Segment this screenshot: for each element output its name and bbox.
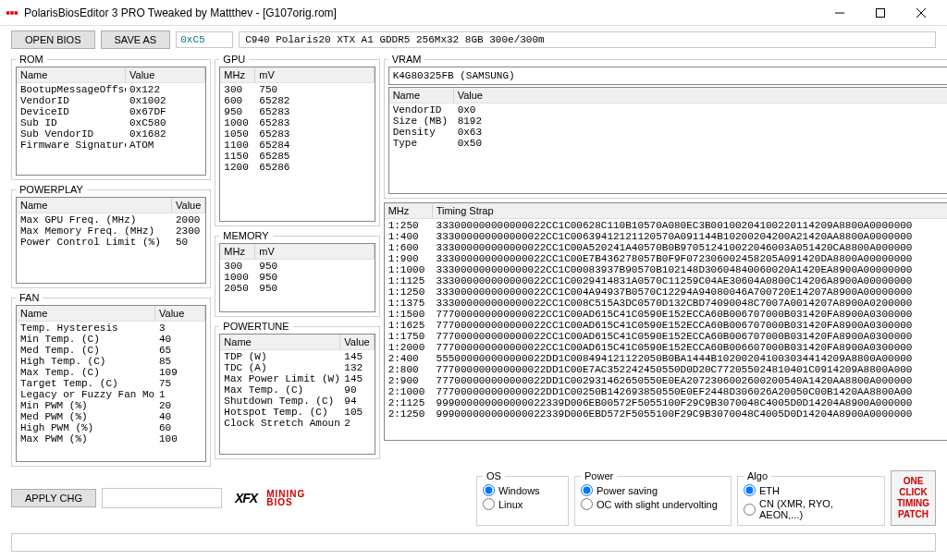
table-row[interactable]: Size (MB)8192: [389, 116, 947, 127]
one-click-patch-button[interactable]: ONE CLICK TIMING PATCH: [891, 470, 936, 526]
table-row[interactable]: 1:1125333000000000000022CC1C0029414831A0…: [385, 275, 947, 286]
table-row[interactable]: 1:1375333000000000000022CC1C008C515A3DC0…: [385, 298, 947, 309]
table-row[interactable]: 1:250333000000000000022CC1C00628C110B105…: [385, 220, 947, 231]
svg-rect-4: [877, 8, 885, 17]
table-row[interactable]: Hotspot Temp. (C)105: [220, 407, 374, 418]
table-row[interactable]: Min PWM (%)20: [17, 400, 205, 411]
table-row[interactable]: Legacy or Fuzzy Fan Mode1: [17, 389, 205, 400]
bios-description-field[interactable]: C940 Polaris20 XTX A1 GDDR5 256Mx32 8GB …: [239, 31, 936, 48]
table-row[interactable]: 60065282: [220, 95, 374, 106]
algo-radio-cn[interactable]: CN (XMR, RYO, AEON,...): [744, 497, 879, 521]
xfx-logo: XFX: [235, 491, 257, 505]
fan-grid[interactable]: NameValue Temp. Hysteresis3Min Temp. (C)…: [16, 305, 206, 462]
table-row[interactable]: 110065284: [220, 140, 374, 151]
gpu-legend: GPU: [219, 54, 249, 65]
vram-legend: VRAM: [388, 54, 425, 65]
table-row[interactable]: 2:1000777000000000000022DD1C00250B142693…: [385, 386, 947, 397]
status-bar: [11, 533, 936, 552]
apply-input[interactable]: [102, 488, 222, 508]
svg-rect-1: [10, 11, 14, 15]
table-row[interactable]: Min Temp. (C)40: [17, 334, 205, 345]
table-row[interactable]: 1:900333000000000000022CC1C00E7B43627805…: [385, 253, 947, 264]
table-row[interactable]: High Temp. (C)85: [17, 356, 205, 367]
table-row[interactable]: 105065283: [220, 128, 374, 140]
table-row[interactable]: 115065285: [220, 151, 374, 162]
vram-group: VRAM K4G80325FB (SAMSUNG) ▾ NameValue Ve…: [384, 54, 947, 199]
table-row[interactable]: 2:800777000000000000022DD1C00E7AC3522424…: [385, 364, 947, 375]
table-row[interactable]: Max Memory Freq. (MHz)2300: [17, 225, 205, 237]
table-row[interactable]: 120065286: [220, 162, 374, 173]
table-row[interactable]: 1000950: [220, 272, 374, 283]
table-row[interactable]: 2:400555000000000000022DD1C0084941211220…: [385, 353, 947, 364]
table-row[interactable]: TDC (A)132: [220, 362, 374, 373]
table-row[interactable]: Max PWM (%)100: [17, 433, 205, 444]
minimize-button[interactable]: [819, 0, 860, 26]
hex-offset-field[interactable]: 0xC5: [176, 31, 233, 48]
vram-grid[interactable]: NameValue VendorID0x0Size (MB)8192Densit…: [388, 87, 947, 194]
table-row[interactable]: 2050950: [220, 283, 374, 294]
table-row[interactable]: 300750: [220, 84, 374, 95]
rom-legend: ROM: [16, 54, 47, 65]
table-row[interactable]: 1:1000333000000000000022CC1C00083937B905…: [385, 264, 947, 275]
gpu-group: GPU MHzmV 300750600652829506528310006528…: [215, 54, 379, 226]
table-row[interactable]: Med PWM (%)40: [17, 411, 205, 422]
vram-select-value: K4G80325FB (SAMSUNG): [393, 70, 515, 81]
table-row[interactable]: Sub ID0xC580: [17, 117, 205, 128]
table-row[interactable]: TDP (W)145: [220, 351, 374, 362]
memory-legend: MEMORY: [219, 230, 272, 241]
gpu-grid[interactable]: MHzmV 3007506006528295065283100065283105…: [219, 67, 375, 222]
memory-grid[interactable]: MHzmV 30095010009502050950: [219, 243, 375, 312]
vram-select[interactable]: K4G80325FB (SAMSUNG) ▾: [388, 67, 947, 85]
table-row[interactable]: 95065283: [220, 106, 374, 117]
maximize-button[interactable]: [860, 0, 901, 26]
table-row[interactable]: 1:600333000000000000022CC1C00A520241A405…: [385, 242, 947, 253]
powertune-grid[interactable]: NameValue TDP (W)145TDC (A)132Max Power …: [219, 334, 375, 455]
table-row[interactable]: Max Temp. (C)90: [220, 384, 374, 396]
rom-grid[interactable]: NameValue BootupMessageOffset0x122Vendor…: [16, 67, 206, 176]
os-radio-linux[interactable]: Linux: [483, 497, 562, 511]
table-row[interactable]: Shutdown Temp. (C)94: [220, 396, 374, 407]
table-row[interactable]: Clock Stretch Amount2: [220, 418, 374, 429]
table-row[interactable]: VendorID0x0: [389, 104, 947, 116]
table-row[interactable]: 1:400333000000000000022CC1C0063941212112…: [385, 231, 947, 242]
table-row[interactable]: Max GPU Freq. (MHz)2000: [17, 214, 205, 225]
table-row[interactable]: Density0x63: [389, 127, 947, 138]
powertune-group: POWERTUNE NameValue TDP (W)145TDC (A)132…: [215, 321, 379, 459]
fan-legend: FAN: [16, 292, 43, 303]
open-bios-button[interactable]: OPEN BIOS: [11, 30, 95, 49]
close-button[interactable]: [901, 0, 941, 26]
table-row[interactable]: VendorID0x1002: [17, 95, 205, 106]
powerplay-grid[interactable]: NameValue Max GPU Freq. (MHz)2000Max Mem…: [16, 197, 206, 284]
table-row[interactable]: Power Control Limit (%)50: [17, 237, 205, 248]
power-radio-saving[interactable]: Power saving: [581, 483, 725, 497]
table-row[interactable]: 300950: [220, 261, 374, 272]
save-as-button[interactable]: SAVE AS: [101, 30, 171, 49]
app-icon: [6, 6, 18, 19]
table-row[interactable]: DeviceID0x67DF: [17, 106, 205, 117]
table-row[interactable]: 1:1625777000000000000022CC1C00AD615C41C0…: [385, 320, 947, 331]
table-row[interactable]: Max Power Limit (W)145: [220, 373, 374, 384]
power-radio-oc[interactable]: OC with slight undervolting: [581, 497, 725, 511]
table-row[interactable]: Med Temp. (C)65: [17, 345, 205, 356]
table-row[interactable]: Max Temp. (C)109: [17, 367, 205, 378]
table-row[interactable]: Sub VendorID0x1682: [17, 128, 205, 140]
table-row[interactable]: Firmware SignatureATOM: [17, 140, 205, 151]
table-row[interactable]: BootupMessageOffset0x122: [17, 84, 205, 95]
apply-chg-button[interactable]: APPLY CHG: [11, 489, 96, 507]
algo-radio-eth[interactable]: ETH: [744, 483, 879, 497]
table-row[interactable]: Type0x50: [389, 138, 947, 149]
table-row[interactable]: 1:1250333000000000000022CC1C004A94937B05…: [385, 286, 947, 298]
timing-grid[interactable]: MHzTiming Strap 1:250333000000000000022C…: [384, 202, 947, 441]
table-row[interactable]: 2:1125999000000000000022339D006EB00572F5…: [385, 397, 947, 408]
table-row[interactable]: 1:1500777000000000000022CC1C00AD615C41C0…: [385, 309, 947, 320]
table-row[interactable]: 100065283: [220, 117, 374, 128]
table-row[interactable]: High PWM (%)60: [17, 422, 205, 433]
os-radio-windows[interactable]: Windows: [483, 483, 562, 497]
table-row[interactable]: 1:2000777000000000000022CC1C00AD615C41C0…: [385, 342, 947, 353]
table-row[interactable]: 2:1250999000000000000022339D006EBD572F50…: [385, 408, 947, 420]
table-row[interactable]: Target Temp. (C)75: [17, 378, 205, 389]
table-row[interactable]: Temp. Hysteresis3: [17, 323, 205, 334]
table-row[interactable]: 2:900777000000000000022DD1C0029314626505…: [385, 375, 947, 386]
powerplay-legend: POWERPLAY: [16, 184, 87, 195]
table-row[interactable]: 1:1750777000000000000022CC1C00AD615C41C0…: [385, 331, 947, 342]
